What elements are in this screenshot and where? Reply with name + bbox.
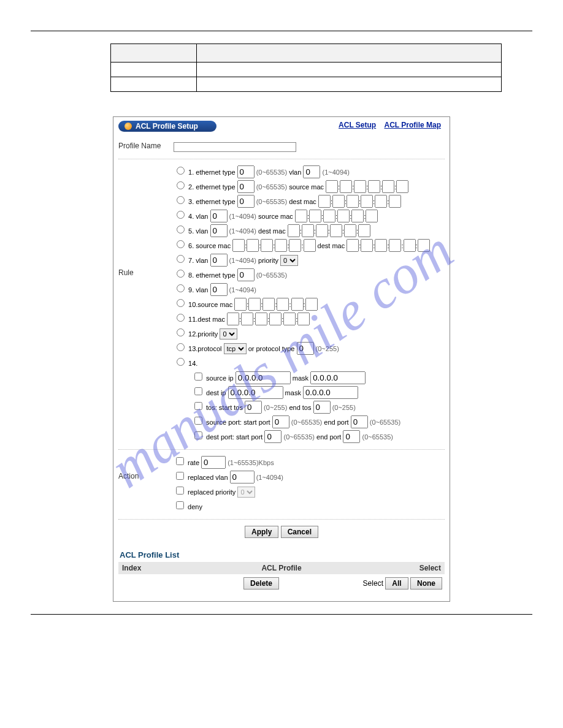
rule-13-radio[interactable] — [177, 343, 185, 351]
acl-profile-setup-panel: manuals mile com ACL Profile Setup ACL S… — [113, 116, 450, 602]
rule-6-dstmac: ::::: — [347, 242, 429, 249]
rule-3-mac: ::::: — [318, 198, 401, 205]
select-all-button[interactable]: All — [385, 577, 408, 590]
rule-1-vlan-input[interactable] — [303, 165, 320, 178]
list-actions-row: Delete Select All None — [118, 574, 445, 593]
rule-5-mac: ::::: — [288, 227, 370, 235]
rule-2-radio[interactable] — [177, 181, 185, 189]
rule-6-radio[interactable] — [177, 240, 185, 248]
rule-14-sport-start-input[interactable] — [272, 415, 289, 428]
rule-14-sip-input[interactable] — [236, 371, 291, 384]
top-rule — [31, 31, 532, 31]
rule-9-vlan-input[interactable] — [210, 283, 228, 296]
rule-4-radio[interactable] — [177, 211, 185, 219]
title-dot-icon — [124, 123, 132, 130]
rule-5-vlan-input[interactable] — [210, 224, 228, 237]
action-rate-check[interactable] — [176, 457, 184, 465]
rule-7-radio[interactable] — [177, 255, 185, 263]
rule-5-radio[interactable] — [177, 226, 185, 233]
rule-7-vlan-input[interactable] — [210, 254, 228, 267]
rule-1-ethtype-input[interactable] — [237, 165, 255, 178]
top-links: ACL Setup ACL Profile Map — [339, 121, 441, 129]
rule-14-dip-check[interactable] — [194, 387, 202, 395]
acl-profile-map-link[interactable]: ACL Profile Map — [385, 121, 441, 129]
rule-14-tos-start-input[interactable] — [245, 401, 262, 414]
rule-12-radio[interactable] — [177, 328, 185, 336]
profile-name-input[interactable] — [174, 142, 296, 152]
rule-9-radio[interactable] — [177, 284, 185, 292]
rule-6-srcmac: ::::: — [232, 242, 315, 249]
action-options: rate (1~65535)Kbps replaced vlan (1~4094… — [174, 455, 445, 514]
rule-3-ethtype-input[interactable] — [237, 195, 255, 208]
rule-13-proto-type-input[interactable] — [297, 342, 314, 355]
action-rprio-check[interactable] — [176, 487, 184, 495]
rule-14-tos-end-input[interactable] — [313, 401, 331, 414]
apply-button[interactable]: Apply — [245, 526, 278, 538]
rule-11-radio[interactable] — [177, 314, 185, 322]
rule-11-mac: ::::: — [227, 316, 310, 323]
rule-14-sip-check[interactable] — [194, 373, 202, 381]
rule-14-sip-mask-input[interactable] — [310, 371, 366, 384]
rule-14-dport-start-input[interactable] — [264, 430, 282, 443]
rule-2-mac: ::::: — [326, 183, 408, 191]
rule-12-priority-select[interactable]: 0 — [220, 328, 237, 339]
rule-14-dip-mask-input[interactable] — [303, 386, 358, 399]
panel-title: ACL Profile Setup — [118, 121, 216, 132]
acl-profile-list-header: Index ACL Profile Select — [118, 562, 445, 574]
rule-13-protocol-select[interactable]: tcp — [224, 343, 247, 354]
delete-button[interactable]: Delete — [243, 577, 279, 590]
rule-14-radio[interactable] — [177, 358, 185, 366]
action-rvlan-input[interactable] — [230, 471, 255, 483]
document-page: manuals mile com ACL Profile Setup ACL S… — [0, 0, 563, 645]
panel-title-text: ACL Profile Setup — [136, 122, 198, 131]
acl-setup-link[interactable]: ACL Setup — [339, 121, 376, 129]
rule-14-sport-end-input[interactable] — [351, 415, 368, 428]
action-rate-input[interactable] — [201, 456, 226, 469]
rule-3-radio[interactable] — [177, 196, 185, 204]
rule-options: 1. ethernet type (0~65535) vlan (1~4094)… — [174, 164, 445, 444]
top-table — [110, 44, 502, 92]
rule-14-dip-input[interactable] — [228, 386, 283, 399]
rule-8-ethtype-input[interactable] — [237, 268, 255, 281]
rule-8-radio[interactable] — [177, 270, 185, 278]
rule-10-mac: ::::: — [234, 301, 317, 308]
col-select: Select — [392, 564, 441, 572]
rule-1-radio[interactable] — [177, 167, 185, 175]
select-label: Select — [363, 579, 383, 588]
select-none-button[interactable]: None — [410, 577, 442, 590]
rule-14-tos-check[interactable] — [194, 402, 202, 410]
bottom-rule — [31, 614, 532, 615]
col-index: Index — [122, 564, 171, 572]
rule-4-mac: ::::: — [295, 213, 378, 220]
rule-label: Rule — [118, 164, 174, 277]
action-rvlan-check[interactable] — [176, 472, 184, 480]
rule-14-dport-end-input[interactable] — [343, 430, 360, 443]
cancel-button[interactable]: Cancel — [281, 526, 318, 538]
action-rprio-select[interactable]: 0 — [237, 487, 255, 498]
rule-14-dport-check[interactable] — [194, 431, 202, 439]
rule-10-radio[interactable] — [177, 299, 185, 307]
acl-form: Profile Name Rule 1. ethernet type (0~65… — [118, 138, 445, 593]
action-label: Action — [118, 455, 174, 480]
rule-4-vlan-input[interactable] — [210, 210, 228, 222]
rule-7-priority-select[interactable]: 0 — [280, 255, 298, 266]
rule-2-ethtype-input[interactable] — [237, 180, 255, 193]
rule-14-sport-check[interactable] — [194, 417, 202, 425]
action-deny-check[interactable] — [176, 501, 184, 509]
acl-profile-list-title: ACL Profile List — [118, 544, 445, 562]
col-acl-profile: ACL Profile — [171, 564, 392, 572]
profile-name-label: Profile Name — [118, 140, 174, 150]
